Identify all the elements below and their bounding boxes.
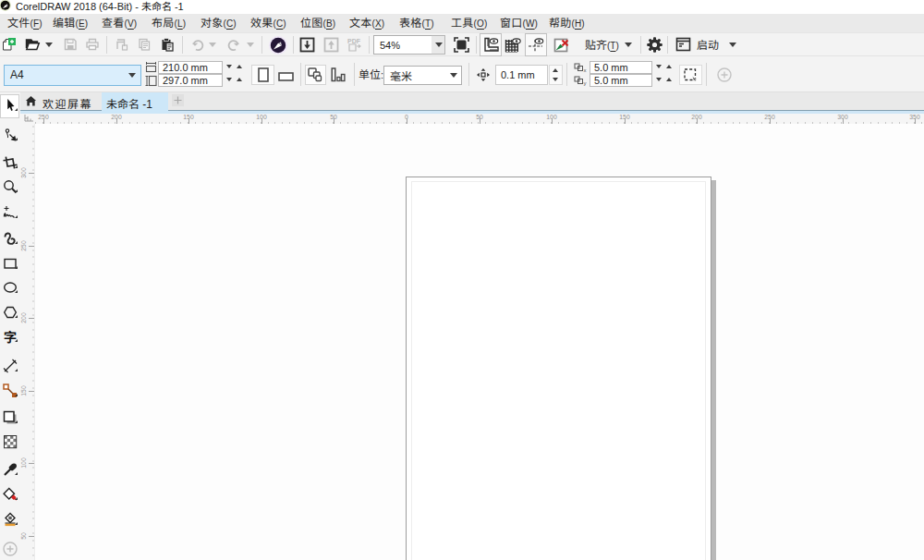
svg-text:PDF: PDF: [347, 38, 361, 44]
svg-text:x: x: [584, 67, 587, 73]
svg-text:y: y: [584, 80, 587, 86]
